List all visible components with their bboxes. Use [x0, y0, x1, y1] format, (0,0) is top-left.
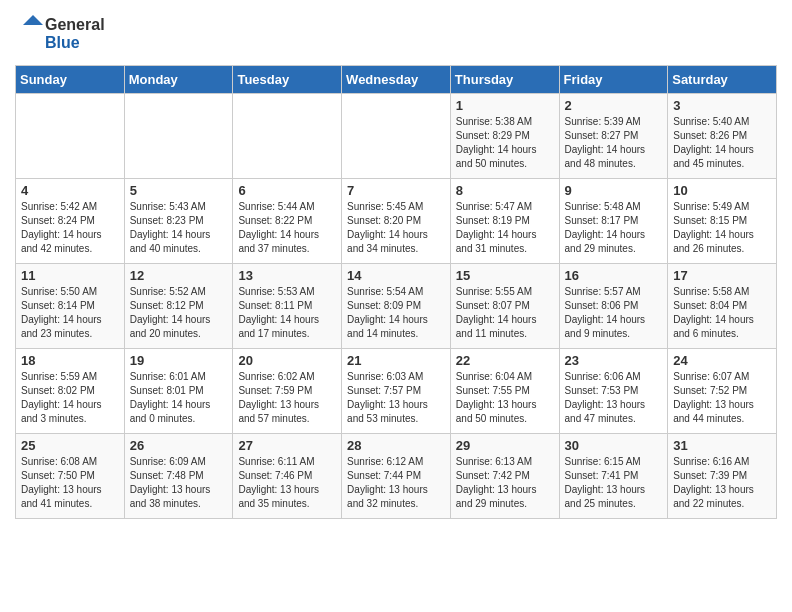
- day-cell: 8Sunrise: 5:47 AM Sunset: 8:19 PM Daylig…: [450, 179, 559, 264]
- day-info: Sunrise: 6:12 AM Sunset: 7:44 PM Dayligh…: [347, 455, 445, 511]
- day-info: Sunrise: 5:55 AM Sunset: 8:07 PM Dayligh…: [456, 285, 554, 341]
- day-number: 11: [21, 268, 119, 283]
- day-info: Sunrise: 6:16 AM Sunset: 7:39 PM Dayligh…: [673, 455, 771, 511]
- week-row-1: 1Sunrise: 5:38 AM Sunset: 8:29 PM Daylig…: [16, 94, 777, 179]
- day-cell: 14Sunrise: 5:54 AM Sunset: 8:09 PM Dayli…: [342, 264, 451, 349]
- day-cell: 17Sunrise: 5:58 AM Sunset: 8:04 PM Dayli…: [668, 264, 777, 349]
- svg-text:General: General: [45, 16, 105, 33]
- week-row-2: 4Sunrise: 5:42 AM Sunset: 8:24 PM Daylig…: [16, 179, 777, 264]
- day-info: Sunrise: 6:07 AM Sunset: 7:52 PM Dayligh…: [673, 370, 771, 426]
- day-cell: 21Sunrise: 6:03 AM Sunset: 7:57 PM Dayli…: [342, 349, 451, 434]
- day-cell: 28Sunrise: 6:12 AM Sunset: 7:44 PM Dayli…: [342, 434, 451, 519]
- day-cell: [342, 94, 451, 179]
- day-info: Sunrise: 6:09 AM Sunset: 7:48 PM Dayligh…: [130, 455, 228, 511]
- day-number: 1: [456, 98, 554, 113]
- day-number: 26: [130, 438, 228, 453]
- header-row: SundayMondayTuesdayWednesdayThursdayFrid…: [16, 66, 777, 94]
- day-number: 7: [347, 183, 445, 198]
- day-number: 6: [238, 183, 336, 198]
- day-info: Sunrise: 6:04 AM Sunset: 7:55 PM Dayligh…: [456, 370, 554, 426]
- day-cell: 13Sunrise: 5:53 AM Sunset: 8:11 PM Dayli…: [233, 264, 342, 349]
- day-info: Sunrise: 5:47 AM Sunset: 8:19 PM Dayligh…: [456, 200, 554, 256]
- day-cell: 20Sunrise: 6:02 AM Sunset: 7:59 PM Dayli…: [233, 349, 342, 434]
- day-cell: 11Sunrise: 5:50 AM Sunset: 8:14 PM Dayli…: [16, 264, 125, 349]
- day-number: 21: [347, 353, 445, 368]
- day-cell: 30Sunrise: 6:15 AM Sunset: 7:41 PM Dayli…: [559, 434, 668, 519]
- day-cell: 15Sunrise: 5:55 AM Sunset: 8:07 PM Dayli…: [450, 264, 559, 349]
- day-cell: 24Sunrise: 6:07 AM Sunset: 7:52 PM Dayli…: [668, 349, 777, 434]
- header-day-wednesday: Wednesday: [342, 66, 451, 94]
- day-info: Sunrise: 5:52 AM Sunset: 8:12 PM Dayligh…: [130, 285, 228, 341]
- header-day-friday: Friday: [559, 66, 668, 94]
- day-info: Sunrise: 6:06 AM Sunset: 7:53 PM Dayligh…: [565, 370, 663, 426]
- day-info: Sunrise: 5:49 AM Sunset: 8:15 PM Dayligh…: [673, 200, 771, 256]
- day-cell: 9Sunrise: 5:48 AM Sunset: 8:17 PM Daylig…: [559, 179, 668, 264]
- week-row-5: 25Sunrise: 6:08 AM Sunset: 7:50 PM Dayli…: [16, 434, 777, 519]
- day-info: Sunrise: 6:01 AM Sunset: 8:01 PM Dayligh…: [130, 370, 228, 426]
- day-number: 9: [565, 183, 663, 198]
- day-cell: 12Sunrise: 5:52 AM Sunset: 8:12 PM Dayli…: [124, 264, 233, 349]
- day-info: Sunrise: 5:42 AM Sunset: 8:24 PM Dayligh…: [21, 200, 119, 256]
- day-cell: [124, 94, 233, 179]
- day-number: 5: [130, 183, 228, 198]
- day-info: Sunrise: 6:02 AM Sunset: 7:59 PM Dayligh…: [238, 370, 336, 426]
- day-number: 27: [238, 438, 336, 453]
- day-number: 10: [673, 183, 771, 198]
- day-cell: 25Sunrise: 6:08 AM Sunset: 7:50 PM Dayli…: [16, 434, 125, 519]
- day-cell: 3Sunrise: 5:40 AM Sunset: 8:26 PM Daylig…: [668, 94, 777, 179]
- day-number: 12: [130, 268, 228, 283]
- day-cell: 2Sunrise: 5:39 AM Sunset: 8:27 PM Daylig…: [559, 94, 668, 179]
- day-info: Sunrise: 5:53 AM Sunset: 8:11 PM Dayligh…: [238, 285, 336, 341]
- header-day-saturday: Saturday: [668, 66, 777, 94]
- day-cell: [233, 94, 342, 179]
- day-number: 25: [21, 438, 119, 453]
- day-cell: 6Sunrise: 5:44 AM Sunset: 8:22 PM Daylig…: [233, 179, 342, 264]
- day-number: 28: [347, 438, 445, 453]
- header-day-monday: Monday: [124, 66, 233, 94]
- day-info: Sunrise: 6:15 AM Sunset: 7:41 PM Dayligh…: [565, 455, 663, 511]
- day-number: 29: [456, 438, 554, 453]
- day-number: 17: [673, 268, 771, 283]
- day-cell: 23Sunrise: 6:06 AM Sunset: 7:53 PM Dayli…: [559, 349, 668, 434]
- day-info: Sunrise: 6:13 AM Sunset: 7:42 PM Dayligh…: [456, 455, 554, 511]
- day-number: 8: [456, 183, 554, 198]
- day-cell: 7Sunrise: 5:45 AM Sunset: 8:20 PM Daylig…: [342, 179, 451, 264]
- day-cell: 16Sunrise: 5:57 AM Sunset: 8:06 PM Dayli…: [559, 264, 668, 349]
- day-cell: 18Sunrise: 5:59 AM Sunset: 8:02 PM Dayli…: [16, 349, 125, 434]
- day-number: 2: [565, 98, 663, 113]
- week-row-3: 11Sunrise: 5:50 AM Sunset: 8:14 PM Dayli…: [16, 264, 777, 349]
- day-info: Sunrise: 5:40 AM Sunset: 8:26 PM Dayligh…: [673, 115, 771, 171]
- logo: GeneralBlue: [15, 10, 105, 55]
- calendar-table: SundayMondayTuesdayWednesdayThursdayFrid…: [15, 65, 777, 519]
- day-number: 20: [238, 353, 336, 368]
- day-cell: 27Sunrise: 6:11 AM Sunset: 7:46 PM Dayli…: [233, 434, 342, 519]
- day-info: Sunrise: 5:58 AM Sunset: 8:04 PM Dayligh…: [673, 285, 771, 341]
- day-info: Sunrise: 5:57 AM Sunset: 8:06 PM Dayligh…: [565, 285, 663, 341]
- day-cell: 1Sunrise: 5:38 AM Sunset: 8:29 PM Daylig…: [450, 94, 559, 179]
- day-info: Sunrise: 5:54 AM Sunset: 8:09 PM Dayligh…: [347, 285, 445, 341]
- day-number: 31: [673, 438, 771, 453]
- day-number: 30: [565, 438, 663, 453]
- day-cell: 19Sunrise: 6:01 AM Sunset: 8:01 PM Dayli…: [124, 349, 233, 434]
- day-info: Sunrise: 6:11 AM Sunset: 7:46 PM Dayligh…: [238, 455, 336, 511]
- header-day-sunday: Sunday: [16, 66, 125, 94]
- page-header: GeneralBlue: [15, 10, 777, 55]
- day-number: 15: [456, 268, 554, 283]
- day-info: Sunrise: 5:43 AM Sunset: 8:23 PM Dayligh…: [130, 200, 228, 256]
- day-cell: 26Sunrise: 6:09 AM Sunset: 7:48 PM Dayli…: [124, 434, 233, 519]
- day-info: Sunrise: 5:59 AM Sunset: 8:02 PM Dayligh…: [21, 370, 119, 426]
- day-info: Sunrise: 5:44 AM Sunset: 8:22 PM Dayligh…: [238, 200, 336, 256]
- header-day-thursday: Thursday: [450, 66, 559, 94]
- svg-marker-0: [23, 15, 43, 25]
- day-info: Sunrise: 6:08 AM Sunset: 7:50 PM Dayligh…: [21, 455, 119, 511]
- day-number: 3: [673, 98, 771, 113]
- day-number: 13: [238, 268, 336, 283]
- day-info: Sunrise: 5:38 AM Sunset: 8:29 PM Dayligh…: [456, 115, 554, 171]
- day-info: Sunrise: 5:39 AM Sunset: 8:27 PM Dayligh…: [565, 115, 663, 171]
- day-number: 4: [21, 183, 119, 198]
- day-info: Sunrise: 5:48 AM Sunset: 8:17 PM Dayligh…: [565, 200, 663, 256]
- day-number: 19: [130, 353, 228, 368]
- day-cell: 31Sunrise: 6:16 AM Sunset: 7:39 PM Dayli…: [668, 434, 777, 519]
- logo-icon: GeneralBlue: [15, 10, 105, 55]
- day-number: 22: [456, 353, 554, 368]
